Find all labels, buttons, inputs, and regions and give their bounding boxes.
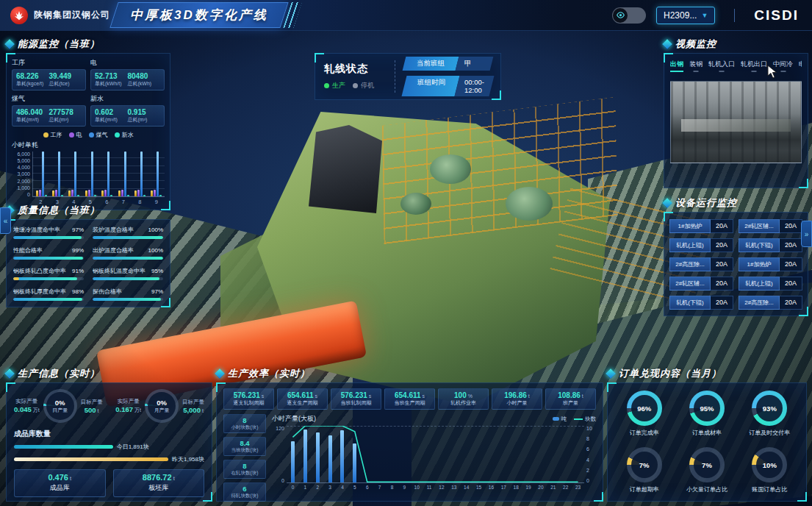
bar [151, 190, 153, 196]
quality-item: 钢板终轧厚度命中率98% [13, 288, 84, 301]
stock-bar-caption: 昨天1,958块 [172, 455, 204, 463]
equipment-cell[interactable]: 2#高压除...20A [739, 296, 802, 310]
bar [88, 190, 90, 196]
video-tab-轧机入口[interactable]: 轧机入口 [708, 60, 735, 72]
energy-group-box: 0.602单耗(m³/t)0.915总耗(m³) [90, 105, 165, 126]
equipment-cell[interactable]: 轧机(上辊)20A [739, 277, 802, 291]
legend-dot-icon [69, 132, 74, 138]
header-divider [734, 9, 735, 22]
axis-tick: 11 [423, 485, 436, 490]
energy-metric-label: 总耗(tce) [49, 80, 82, 88]
energy-metric-value: 486.040 [16, 108, 49, 116]
video-tab-出钢[interactable]: 出钢 [670, 60, 683, 72]
panel-collapse-handle-left[interactable]: « [0, 207, 11, 234]
equipment-value: 20A [711, 238, 733, 252]
metric-unit: s [367, 393, 371, 399]
equipment-cell[interactable]: 2#轧区辅...20A [739, 219, 802, 233]
axis-tick: 12 [436, 485, 448, 490]
progress-fill [93, 277, 159, 280]
axis-tick: 22 [559, 485, 572, 490]
video-tab-轧机出口[interactable]: 轧机出口 [741, 60, 767, 72]
energy-metric-label: 总耗(kWh) [128, 80, 161, 88]
order-gauge: 95%订单成材率 [678, 388, 736, 440]
ring-center: 0%日产量 [46, 392, 74, 420]
shift-row-label: 当前班组 [403, 57, 459, 71]
axis-tick: 0 [287, 485, 299, 490]
equipment-cell[interactable]: 轧机(上辊)20A [669, 238, 733, 252]
chevron-down-icon: ▼ [701, 12, 708, 19]
actual-output-value: 0.167 万t [115, 405, 141, 414]
axis-tick: 0 [12, 192, 30, 197]
energy-metric-label: 总耗(m³) [49, 116, 82, 124]
warehouse-card: 0.476 t成品库 [14, 469, 106, 497]
energy-metric-value: 277578 [49, 108, 82, 116]
bar [143, 195, 145, 196]
line-status-legend: 生产停机 [324, 81, 386, 90]
quality-item: 钢板终轧凸度命中率91% [13, 267, 84, 280]
camera-feed[interactable] [670, 81, 802, 163]
equipment-cell[interactable]: 2#高压除...20A [669, 257, 733, 271]
order-fulfillment-panel: 订单兑现内容（当月） 96%订单完成率95%订单成材率93%订单及时交付率7%订… [607, 366, 807, 502]
energy-metric: 52.713单耗(kWh/t) [95, 72, 128, 88]
metric-unit: s [314, 393, 317, 399]
efficiency-metric: 576.231 s逐支轧制周期 [223, 388, 274, 410]
actual-output-unit: 万t [32, 407, 40, 413]
energy-metric-label: 单耗(kgce/t) [16, 80, 49, 88]
video-tab-装钢[interactable]: 装钢 [689, 60, 703, 72]
equipment-cell[interactable]: 1#加热炉20A [669, 219, 733, 233]
actual-output-label: 实际产量 [115, 398, 141, 405]
efficiency-metrics: 576.231 s逐支轧制周期654.611 s逐支生产周期576.231 s当… [223, 388, 596, 410]
panel-collapse-handle-right[interactable]: » [801, 221, 812, 247]
line-legend-icon [574, 418, 583, 420]
bar [137, 190, 140, 196]
equipment-cell[interactable]: 2#轧区辅...20A [669, 277, 733, 291]
ring-center: 96% [631, 395, 658, 421]
right-axis: 1086420 [584, 426, 596, 483]
energy-group: 工序68.226单耗(kgce/t)39.449总耗(tce) [12, 58, 86, 90]
metric-label: 小时产量 [492, 399, 542, 407]
stock-bar-row: 昨天1,958块 [14, 455, 204, 463]
ring-percent: 93% [763, 405, 777, 413]
bar [104, 190, 107, 196]
quality-item-value: 99% [72, 247, 84, 254]
bar [157, 152, 159, 196]
side-card-label: 小时块数(块) [224, 424, 265, 431]
donut-gauge: 93% [752, 391, 787, 426]
side-card-value: 8 [224, 462, 265, 470]
metric-label: 当班生产周期 [385, 399, 434, 407]
ring-percent: 0% [55, 399, 65, 407]
axis-tick: 4,000 [12, 165, 30, 170]
ring-center: 7% [631, 452, 658, 478]
order-gauge-label: 订单及时交付率 [749, 429, 790, 437]
equipment-value: 20A [711, 257, 733, 271]
equipment-cell[interactable]: 轧机(下辊)20A [739, 238, 802, 252]
bar [118, 190, 121, 196]
equipment-value: 20A [780, 238, 802, 252]
bar [124, 152, 126, 196]
bar [121, 190, 123, 196]
equipment-cell[interactable]: 1#加热炉20A [739, 257, 802, 271]
order-gauge-label: 订单成材率 [692, 429, 722, 437]
hourly-output-plot [287, 426, 584, 483]
visibility-toggle[interactable] [612, 7, 646, 24]
energy-metric: 486.040单耗(m³/t) [16, 108, 49, 124]
quality-item-row: 堆缓冷温度命中率97% [13, 226, 84, 234]
equipment-name: 1#加热炉 [739, 257, 780, 271]
energy-group-box: 68.226单耗(kgce/t)39.449总耗(tce) [12, 69, 86, 90]
heat-number-dropdown[interactable]: H2309... ▼ [656, 7, 715, 24]
diamond-icon [215, 368, 225, 379]
warehouse-unit: t [68, 475, 71, 482]
ring-percent: 7% [639, 461, 650, 469]
axis-tick: 8 [586, 436, 596, 441]
donut-gauge: 7% [627, 447, 662, 482]
axis-tick: 0 [586, 478, 596, 483]
metric-value: 196.86 t [492, 391, 542, 399]
equipment-cell[interactable]: 轧机(下辊)20A [669, 296, 733, 310]
order-gauge-label: 订单完成率 [630, 429, 659, 437]
progress-fill [93, 298, 161, 301]
actual-output: 实际产量0.045 万t [14, 398, 40, 414]
video-tab-电加热[interactable]: 电加热 [799, 60, 802, 72]
axis-tick: 9 [398, 485, 411, 490]
energy-metric-value: 80480 [128, 72, 161, 80]
equipment-name: 2#高压除... [739, 296, 780, 310]
